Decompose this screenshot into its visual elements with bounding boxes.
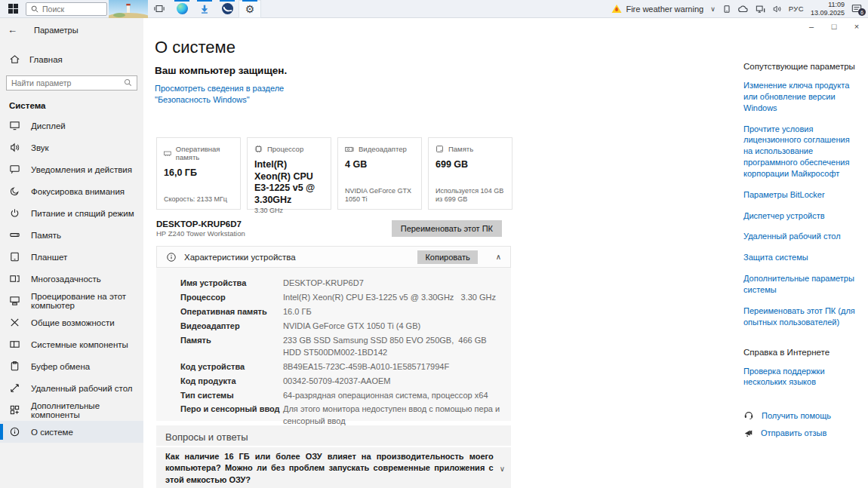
multitasking-icon: [9, 273, 20, 284]
spec-label: Тип системы: [180, 390, 283, 402]
windows-security-link[interactable]: Просмотреть сведения в разделе "Безопасн…: [155, 83, 298, 106]
network-icon[interactable]: [756, 5, 765, 14]
link-license-terms[interactable]: Прочтите условия лицензионного соглашени…: [743, 124, 858, 180]
spec-label: Процессор: [180, 292, 283, 304]
sidebar-item-multitasking[interactable]: Многозадачность: [0, 268, 143, 290]
action-center-button[interactable]: 6: [851, 4, 862, 14]
weather-warning[interactable]: Fire weather warning: [611, 4, 703, 14]
sidebar-item-label: Многозадачность: [31, 275, 101, 284]
language-indicator[interactable]: РУС: [789, 5, 804, 13]
sidebar-item-sound[interactable]: Звук: [0, 137, 143, 158]
ram-card: Оперативная память 16,0 ГБ Скорость: 213…: [156, 137, 241, 210]
faq-question-ram[interactable]: Как наличие 16 ГБ или более ОЗУ влияет н…: [156, 446, 511, 488]
download-arrow-icon: [199, 4, 210, 14]
link-remote-desktop[interactable]: Удаленный рабочий стол: [743, 231, 858, 242]
tray-overflow-chevron[interactable]: ∨: [710, 5, 716, 13]
link-bitlocker[interactable]: Параметры BitLocker: [743, 189, 858, 201]
spec-value: 00342-50709-42037-AAOEM: [283, 376, 500, 388]
sidebar-item-tablet[interactable]: Планшет: [0, 246, 143, 268]
fire-warning-icon: [611, 4, 622, 14]
notification-badge: 6: [858, 8, 866, 16]
taskbar-search[interactable]: [26, 2, 107, 16]
remote-desktop-icon: [9, 382, 20, 394]
get-help-link[interactable]: Получить помощь: [743, 410, 858, 420]
home-label: Главная: [29, 55, 63, 64]
taskbar-search-input[interactable]: [42, 5, 95, 14]
storage-icon: [9, 229, 20, 241]
settings-window: – □ × ← Параметры Главная Система Диспле…: [0, 18, 868, 488]
search-icon: [31, 5, 38, 13]
start-button[interactable]: [0, 0, 26, 18]
sidebar-item-label: О системе: [31, 428, 73, 437]
sidebar-item-home[interactable]: Главная: [9, 54, 143, 65]
get-help-label: Получить помощь: [762, 411, 831, 420]
browser-swoosh-button[interactable]: [216, 0, 239, 18]
link-device-manager[interactable]: Диспетчер устройств: [743, 210, 858, 222]
rename-pc-button[interactable]: Переименовать этот ПК: [392, 220, 502, 237]
sidebar-item-storage[interactable]: Память: [0, 224, 143, 246]
sidebar-section-title: Система: [9, 101, 143, 110]
tablet-icon: [9, 251, 20, 262]
sidebar-item-label: Дисплей: [31, 121, 66, 130]
link-advanced-system[interactable]: Дополнительные параметры системы: [743, 273, 858, 296]
card-value: 699 GB: [436, 159, 505, 171]
device-tray-icon[interactable]: [722, 5, 731, 14]
gear-icon: ⚙: [245, 4, 255, 14]
sidebar-search[interactable]: [6, 75, 137, 91]
link-multi-language[interactable]: Проверка поддержки нескольких языков: [743, 366, 858, 388]
clock[interactable]: 11:09 13.09.2025: [811, 1, 845, 17]
sidebar-item-label: Дополнительные компоненты: [31, 401, 143, 419]
card-label: Процессор: [267, 145, 303, 153]
send-feedback-link[interactable]: Отправить отзыв: [743, 428, 858, 437]
spec-value: 8B49EA15-723C-459B-A010-1E585717994F: [283, 361, 500, 373]
spec-value: NVIDIA GeForce GTX 1050 Ti (4 GB): [283, 321, 500, 333]
minimize-button[interactable]: –: [800, 18, 823, 35]
copy-button[interactable]: Копировать: [417, 250, 477, 264]
sidebar-item-shared-experiences[interactable]: Общие возможности: [0, 312, 143, 333]
link-rename-advanced[interactable]: Переименовать этот ПК (для опытных польз…: [743, 305, 858, 328]
ram-icon: [164, 149, 171, 158]
collapse-chevron-icon[interactable]: ∧: [496, 253, 501, 261]
sidebar-item-remote-desktop[interactable]: Удаленный рабочий стол: [0, 377, 143, 399]
news-widget-thumbnail[interactable]: [109, 0, 148, 18]
faq-section: Вопросы и ответы Как наличие 16 ГБ или б…: [156, 425, 511, 488]
sidebar-item-optional-features[interactable]: Дополнительные компоненты: [0, 399, 143, 421]
settings-app-button[interactable]: ⚙: [239, 0, 261, 18]
link-product-key[interactable]: Изменение ключа продукта или обновление …: [743, 80, 858, 114]
sidebar-item-projecting[interactable]: Проецирование на этот компьютер: [0, 290, 143, 312]
download-manager-button[interactable]: [193, 0, 216, 18]
send-feedback-label: Отправить отзыв: [761, 428, 826, 437]
window-controls: – □ ×: [800, 18, 868, 35]
card-value: Intel(R) Xeon(R) CPU E3-1225 v5 @ 3.30GH…: [254, 159, 324, 207]
maximize-button[interactable]: □: [823, 18, 845, 35]
settings-sidebar: ← Параметры Главная Система Дисплей Звук: [0, 18, 143, 488]
onedrive-cloud-icon[interactable]: [738, 5, 749, 13]
task-view-button[interactable]: [148, 0, 171, 18]
sidebar-item-notifications[interactable]: Уведомления и действия: [0, 158, 143, 180]
chevron-down-icon[interactable]: ∨: [500, 465, 505, 473]
volume-icon[interactable]: [772, 5, 782, 14]
sidebar-item-label: Звук: [31, 143, 49, 152]
sidebar-item-clipboard[interactable]: Буфер обмена: [0, 355, 143, 377]
close-button[interactable]: ×: [845, 18, 868, 35]
sidebar-item-label: Системные компоненты: [31, 340, 128, 349]
related-title: Сопутствующие параметры: [743, 62, 858, 71]
sidebar-item-about[interactable]: О системе: [0, 421, 143, 443]
sidebar-item-label: Уведомления и действия: [31, 165, 132, 174]
cpu-card: Процессор Intel(R) Xeon(R) CPU E3-1225 v…: [247, 137, 331, 210]
card-label: Память: [448, 145, 473, 153]
related-settings: Сопутствующие параметры Изменение ключа …: [743, 62, 858, 445]
sidebar-item-power-sleep[interactable]: Питание и спящий режим: [0, 202, 143, 224]
card-footnote: Скорость: 2133 МГц: [164, 195, 233, 204]
sidebar-search-input[interactable]: [7, 78, 124, 87]
link-system-protection[interactable]: Защита системы: [743, 252, 858, 263]
back-button[interactable]: ←: [8, 24, 17, 35]
spec-value: 64-разрядная операционная система, проце…: [283, 390, 500, 402]
sidebar-item-focus-assist[interactable]: Фокусировка внимания: [0, 180, 143, 202]
notifications-icon: [9, 164, 20, 175]
gpu-icon: [345, 146, 354, 153]
sidebar-item-label: Фокусировка внимания: [31, 187, 125, 196]
sidebar-item-system-components[interactable]: Системные компоненты: [0, 333, 143, 355]
edge-browser-button[interactable]: [171, 0, 193, 18]
sidebar-item-display[interactable]: Дисплей: [0, 115, 143, 137]
